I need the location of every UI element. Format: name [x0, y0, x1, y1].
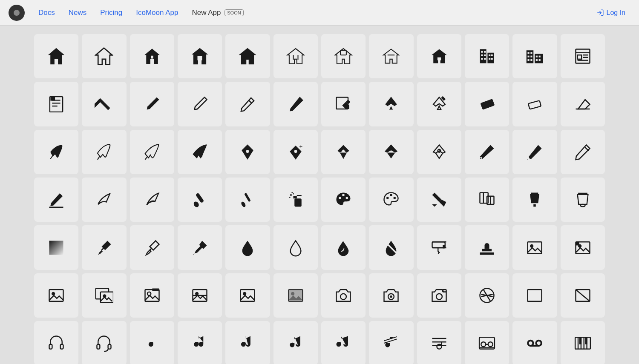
icon-pen-1[interactable]: [273, 82, 318, 126]
icon-note-1[interactable]: [130, 321, 174, 364]
icon-pen-nib-1[interactable]: [225, 130, 270, 174]
icon-paint-roller[interactable]: [417, 225, 461, 269]
logo[interactable]: [9, 5, 25, 21]
icon-note-score[interactable]: [369, 321, 413, 364]
icon-drop-1[interactable]: [225, 225, 270, 269]
icon-camera-1[interactable]: [321, 273, 366, 318]
icon-home-5[interactable]: [225, 34, 270, 78]
svg-point-52: [246, 150, 249, 153]
svg-line-57: [585, 147, 588, 151]
icon-pencil-1[interactable]: [130, 82, 174, 126]
icon-cassette[interactable]: [465, 321, 509, 364]
icon-image-2[interactable]: [561, 225, 605, 269]
icon-calligraphy-1[interactable]: [82, 178, 126, 222]
icon-camera-3[interactable]: [417, 273, 461, 318]
icon-image-1[interactable]: [512, 225, 557, 269]
icon-home-6[interactable]: [273, 34, 318, 78]
icon-note-2[interactable]: [178, 321, 222, 364]
icon-image-4[interactable]: [82, 273, 126, 318]
icon-nib-edit[interactable]: [417, 82, 461, 126]
icon-music-list[interactable]: [417, 321, 461, 364]
icon-drop-2[interactable]: [273, 225, 318, 269]
svg-rect-14: [491, 54, 493, 56]
icon-newspaper[interactable]: [561, 34, 605, 78]
icon-pencil-ruler[interactable]: [82, 82, 126, 126]
icon-pen-nib-plus[interactable]: +: [273, 130, 318, 174]
icon-feather-2[interactable]: [82, 130, 126, 174]
svg-rect-6: [438, 57, 441, 60]
icon-headphones[interactable]: [34, 321, 78, 364]
svg-rect-12: [484, 54, 486, 56]
icon-copy-style[interactable]: [465, 178, 509, 222]
icon-feather-4[interactable]: [178, 130, 222, 174]
icon-palette-2[interactable]: [369, 178, 413, 222]
icon-dropper-1[interactable]: [82, 225, 126, 269]
icon-image-8[interactable]: [273, 273, 318, 318]
icon-image-7[interactable]: [225, 273, 270, 318]
icon-document[interactable]: [34, 82, 78, 126]
svg-rect-19: [527, 50, 534, 63]
icon-home-9[interactable]: [417, 34, 461, 78]
icon-pen-nib-3[interactable]: [369, 130, 413, 174]
icon-spray-paint[interactable]: [273, 178, 318, 222]
icon-home-8[interactable]: [369, 34, 413, 78]
svg-point-68: [289, 197, 291, 198]
icon-eraser-1[interactable]: [465, 82, 509, 126]
nav-icomoon-app[interactable]: IcoMoon App: [131, 6, 183, 20]
icon-eraser-2[interactable]: [512, 82, 557, 126]
icon-image-5[interactable]: [130, 273, 174, 318]
icon-placeholder-2[interactable]: [561, 273, 605, 318]
icon-building-1[interactable]: [465, 34, 509, 78]
soon-badge: SOON: [225, 9, 243, 16]
icon-building-2[interactable]: [512, 34, 557, 78]
icon-color-fill[interactable]: [417, 178, 461, 222]
icon-stamp[interactable]: [465, 225, 509, 269]
icon-brush-1[interactable]: [178, 178, 222, 222]
icon-pen-nib-2[interactable]: [321, 130, 366, 174]
icon-note-3[interactable]: [225, 321, 270, 364]
nav-pricing[interactable]: Pricing: [95, 6, 127, 20]
icon-edit-box[interactable]: [321, 82, 366, 126]
icon-home-4[interactable]: [178, 34, 222, 78]
nav-docs[interactable]: Docs: [33, 6, 60, 20]
nav-news[interactable]: News: [63, 6, 92, 20]
icon-bucket-1[interactable]: [512, 178, 557, 222]
icon-image-6[interactable]: [178, 273, 222, 318]
icon-nib-1[interactable]: [369, 82, 413, 126]
icon-marker[interactable]: [512, 130, 557, 174]
icon-crayon[interactable]: [561, 130, 605, 174]
icon-aperture[interactable]: [465, 273, 509, 318]
icon-piano[interactable]: [561, 321, 605, 364]
icon-fountain-pen[interactable]: [465, 130, 509, 174]
icon-dropper-3[interactable]: [178, 225, 222, 269]
icon-calligraphy-2[interactable]: [130, 178, 174, 222]
icon-feather-1[interactable]: [34, 130, 78, 174]
icon-palette-1[interactable]: [321, 178, 366, 222]
icon-camera-2[interactable]: [369, 273, 413, 318]
icon-home-7[interactable]: [321, 34, 366, 78]
icon-dropper-2[interactable]: [130, 225, 174, 269]
icon-gradient[interactable]: [34, 225, 78, 269]
icon-drop-off[interactable]: [369, 225, 413, 269]
icon-eraser-3[interactable]: [561, 82, 605, 126]
icon-drop-3[interactable]: [321, 225, 366, 269]
icon-bucket-2[interactable]: [561, 178, 605, 222]
icon-pencil-3[interactable]: [225, 82, 270, 126]
icon-image-3[interactable]: [34, 273, 78, 318]
icon-pencil-underline[interactable]: [34, 178, 78, 222]
icon-headset[interactable]: [82, 321, 126, 364]
icon-pen-tool[interactable]: [417, 130, 461, 174]
icon-brush-2[interactable]: [225, 178, 270, 222]
login-button[interactable]: Log In: [591, 6, 630, 19]
icon-note-4[interactable]: [273, 321, 318, 364]
icon-home-3[interactable]: [130, 34, 174, 78]
icon-voicemail[interactable]: [512, 321, 557, 364]
icon-home-1[interactable]: [34, 34, 78, 78]
svg-line-51: [193, 157, 196, 160]
icon-pencil-2[interactable]: [178, 82, 222, 126]
icon-home-2[interactable]: [82, 34, 126, 78]
icon-feather-3[interactable]: [130, 130, 174, 174]
icon-note-5[interactable]: [321, 321, 366, 364]
nav-new-app[interactable]: New App SOON: [187, 6, 248, 20]
icon-placeholder-1[interactable]: [512, 273, 557, 318]
